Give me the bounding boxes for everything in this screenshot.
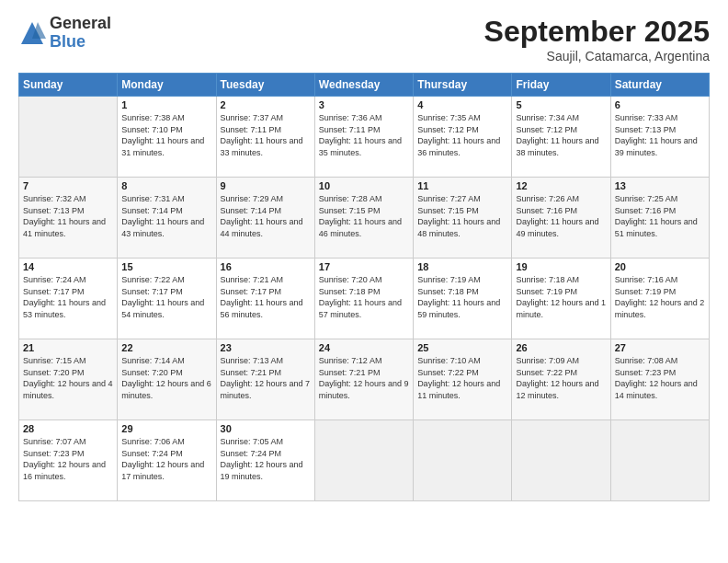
- cell-content: Sunrise: 7:29 AMSunset: 7:14 PMDaylight:…: [221, 193, 311, 239]
- cell-content: Sunrise: 7:36 AMSunset: 7:11 PMDaylight:…: [319, 112, 409, 158]
- location: Saujil, Catamarca, Argentina: [484, 49, 710, 63]
- calendar-cell: 30Sunrise: 7:05 AMSunset: 7:24 PMDayligh…: [216, 420, 314, 501]
- cell-content: Sunrise: 7:32 AMSunset: 7:13 PMDaylight:…: [23, 193, 113, 239]
- week-row-1: 7Sunrise: 7:32 AMSunset: 7:13 PMDaylight…: [19, 178, 710, 259]
- day-number: 24: [319, 342, 409, 353]
- cell-content: Sunrise: 7:05 AMSunset: 7:24 PMDaylight:…: [221, 436, 311, 482]
- calendar-cell: 5Sunrise: 7:34 AMSunset: 7:12 PMDaylight…: [512, 97, 610, 178]
- calendar-cell: 11Sunrise: 7:27 AMSunset: 7:15 PMDayligh…: [414, 178, 512, 259]
- calendar-cell: 2Sunrise: 7:37 AMSunset: 7:11 PMDaylight…: [216, 97, 314, 178]
- calendar-cell: 8Sunrise: 7:31 AMSunset: 7:14 PMDaylight…: [118, 178, 216, 259]
- calendar-cell: 27Sunrise: 7:08 AMSunset: 7:23 PMDayligh…: [610, 339, 709, 420]
- day-number: 28: [23, 423, 113, 434]
- logo-icon: [18, 19, 46, 47]
- cell-content: Sunrise: 7:35 AMSunset: 7:12 PMDaylight:…: [417, 112, 507, 158]
- day-number: 26: [516, 342, 606, 353]
- week-row-0: 1Sunrise: 7:38 AMSunset: 7:10 PMDaylight…: [19, 97, 710, 178]
- calendar-cell: 14Sunrise: 7:24 AMSunset: 7:17 PMDayligh…: [19, 259, 118, 339]
- cell-content: Sunrise: 7:31 AMSunset: 7:14 PMDaylight:…: [121, 193, 211, 239]
- calendar-cell: 24Sunrise: 7:12 AMSunset: 7:21 PMDayligh…: [314, 339, 413, 420]
- page: General Blue September 2025 Saujil, Cata…: [0, 0, 728, 563]
- day-number: 25: [417, 342, 507, 353]
- day-number: 17: [319, 261, 409, 272]
- calendar-cell: 29Sunrise: 7:06 AMSunset: 7:24 PMDayligh…: [118, 420, 216, 501]
- day-number: 1: [121, 99, 211, 110]
- week-row-4: 28Sunrise: 7:07 AMSunset: 7:23 PMDayligh…: [19, 420, 710, 501]
- day-number: 23: [221, 342, 311, 353]
- cell-content: Sunrise: 7:19 AMSunset: 7:18 PMDaylight:…: [417, 274, 507, 320]
- day-number: 5: [516, 99, 606, 110]
- day-number: 6: [615, 99, 705, 110]
- calendar-cell: 26Sunrise: 7:09 AMSunset: 7:22 PMDayligh…: [512, 339, 610, 420]
- calendar-cell: [610, 420, 709, 501]
- calendar-cell: 16Sunrise: 7:21 AMSunset: 7:17 PMDayligh…: [216, 259, 314, 339]
- header-row: SundayMondayTuesdayWednesdayThursdayFrid…: [19, 74, 710, 97]
- day-number: 15: [121, 261, 211, 272]
- calendar-cell: 23Sunrise: 7:13 AMSunset: 7:21 PMDayligh…: [216, 339, 314, 420]
- calendar-cell: 28Sunrise: 7:07 AMSunset: 7:23 PMDayligh…: [19, 420, 118, 501]
- title-block: September 2025 Saujil, Catamarca, Argent…: [484, 15, 710, 63]
- cell-content: Sunrise: 7:08 AMSunset: 7:23 PMDaylight:…: [615, 355, 705, 401]
- calendar-cell: 25Sunrise: 7:10 AMSunset: 7:22 PMDayligh…: [414, 339, 512, 420]
- day-number: 22: [121, 342, 211, 353]
- cell-content: Sunrise: 7:21 AMSunset: 7:17 PMDaylight:…: [221, 274, 311, 320]
- calendar-table: SundayMondayTuesdayWednesdayThursdayFrid…: [18, 73, 710, 501]
- day-number: 18: [417, 261, 507, 272]
- col-header-saturday: Saturday: [610, 74, 709, 97]
- calendar-cell: [19, 97, 118, 178]
- day-number: 4: [417, 99, 507, 110]
- logo-line2: Blue: [50, 33, 111, 52]
- calendar-cell: 12Sunrise: 7:26 AMSunset: 7:16 PMDayligh…: [512, 178, 610, 259]
- calendar-cell: 9Sunrise: 7:29 AMSunset: 7:14 PMDaylight…: [216, 178, 314, 259]
- calendar-cell: 3Sunrise: 7:36 AMSunset: 7:11 PMDaylight…: [314, 97, 413, 178]
- col-header-sunday: Sunday: [19, 74, 118, 97]
- day-number: 9: [221, 180, 311, 191]
- week-row-2: 14Sunrise: 7:24 AMSunset: 7:17 PMDayligh…: [19, 259, 710, 339]
- calendar-cell: 15Sunrise: 7:22 AMSunset: 7:17 PMDayligh…: [118, 259, 216, 339]
- cell-content: Sunrise: 7:37 AMSunset: 7:11 PMDaylight:…: [221, 112, 311, 158]
- calendar-cell: 10Sunrise: 7:28 AMSunset: 7:15 PMDayligh…: [314, 178, 413, 259]
- cell-content: Sunrise: 7:38 AMSunset: 7:10 PMDaylight:…: [121, 112, 211, 158]
- logo-line1: General: [50, 15, 111, 33]
- cell-content: Sunrise: 7:18 AMSunset: 7:19 PMDaylight:…: [516, 274, 606, 320]
- cell-content: Sunrise: 7:09 AMSunset: 7:22 PMDaylight:…: [516, 355, 606, 401]
- cell-content: Sunrise: 7:27 AMSunset: 7:15 PMDaylight:…: [417, 193, 507, 239]
- cell-content: Sunrise: 7:25 AMSunset: 7:16 PMDaylight:…: [615, 193, 705, 239]
- cell-content: Sunrise: 7:06 AMSunset: 7:24 PMDaylight:…: [121, 436, 211, 482]
- calendar-cell: 19Sunrise: 7:18 AMSunset: 7:19 PMDayligh…: [512, 259, 610, 339]
- day-number: 20: [615, 261, 705, 272]
- logo-text: General Blue: [50, 15, 111, 52]
- cell-content: Sunrise: 7:15 AMSunset: 7:20 PMDaylight:…: [23, 355, 113, 401]
- calendar-cell: 1Sunrise: 7:38 AMSunset: 7:10 PMDaylight…: [118, 97, 216, 178]
- calendar-cell: 21Sunrise: 7:15 AMSunset: 7:20 PMDayligh…: [19, 339, 118, 420]
- cell-content: Sunrise: 7:22 AMSunset: 7:17 PMDaylight:…: [121, 274, 211, 320]
- cell-content: Sunrise: 7:33 AMSunset: 7:13 PMDaylight:…: [615, 112, 705, 158]
- cell-content: Sunrise: 7:28 AMSunset: 7:15 PMDaylight:…: [319, 193, 409, 239]
- cell-content: Sunrise: 7:16 AMSunset: 7:19 PMDaylight:…: [615, 274, 705, 320]
- calendar-cell: [314, 420, 413, 501]
- cell-content: Sunrise: 7:14 AMSunset: 7:20 PMDaylight:…: [121, 355, 211, 401]
- day-number: 19: [516, 261, 606, 272]
- calendar-cell: 22Sunrise: 7:14 AMSunset: 7:20 PMDayligh…: [118, 339, 216, 420]
- cell-content: Sunrise: 7:24 AMSunset: 7:17 PMDaylight:…: [23, 274, 113, 320]
- day-number: 29: [121, 423, 211, 434]
- cell-content: Sunrise: 7:34 AMSunset: 7:12 PMDaylight:…: [516, 112, 606, 158]
- cell-content: Sunrise: 7:20 AMSunset: 7:18 PMDaylight:…: [319, 274, 409, 320]
- cell-content: Sunrise: 7:10 AMSunset: 7:22 PMDaylight:…: [417, 355, 507, 401]
- week-row-3: 21Sunrise: 7:15 AMSunset: 7:20 PMDayligh…: [19, 339, 710, 420]
- calendar-cell: 7Sunrise: 7:32 AMSunset: 7:13 PMDaylight…: [19, 178, 118, 259]
- calendar-cell: 4Sunrise: 7:35 AMSunset: 7:12 PMDaylight…: [414, 97, 512, 178]
- calendar-cell: 13Sunrise: 7:25 AMSunset: 7:16 PMDayligh…: [610, 178, 709, 259]
- calendar-cell: 18Sunrise: 7:19 AMSunset: 7:18 PMDayligh…: [414, 259, 512, 339]
- day-number: 3: [319, 99, 409, 110]
- day-number: 14: [23, 261, 113, 272]
- day-number: 10: [319, 180, 409, 191]
- calendar-cell: [512, 420, 610, 501]
- day-number: 27: [615, 342, 705, 353]
- col-header-tuesday: Tuesday: [216, 74, 314, 97]
- day-number: 8: [121, 180, 211, 191]
- col-header-thursday: Thursday: [414, 74, 512, 97]
- calendar-cell: [414, 420, 512, 501]
- cell-content: Sunrise: 7:13 AMSunset: 7:21 PMDaylight:…: [221, 355, 311, 401]
- day-number: 12: [516, 180, 606, 191]
